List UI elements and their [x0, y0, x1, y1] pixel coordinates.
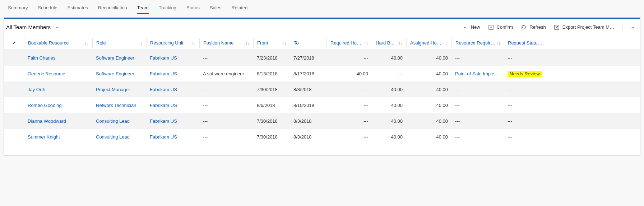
bookable-resource-link[interactable]: Generic Resource: [28, 71, 65, 76]
tab-strip: SummaryScheduleEstimatesReconciliationTe…: [0, 0, 644, 14]
refresh-icon: [521, 24, 527, 30]
tab-status[interactable]: Status: [186, 4, 200, 14]
cell-text: 8/6/2018: [257, 103, 275, 108]
tab-sales[interactable]: Sales: [210, 4, 222, 14]
table-row[interactable]: Summer KnightConsulting LeadFabrikam US-…: [4, 129, 640, 145]
resourcing-unit-link[interactable]: Fabrikam US: [150, 118, 177, 124]
export-button[interactable]: Export Project Team M…: [554, 24, 614, 30]
confirm-button[interactable]: Confirm: [488, 24, 513, 30]
column-header-select[interactable]: ✓: [4, 38, 24, 48]
resourcing-unit-link[interactable]: Fabrikam US: [150, 71, 177, 76]
column-label: Bookable Resource: [28, 40, 69, 46]
cell-role: Software Engineer: [92, 66, 146, 81]
cell-resource-requirement: ---: [451, 50, 504, 66]
tab-estimates[interactable]: Estimates: [68, 4, 88, 14]
plus-icon: ＋: [462, 24, 468, 30]
more-commands-button[interactable]: [630, 24, 635, 31]
column-header-to[interactable]: To ↑↓: [290, 38, 326, 48]
cell-resource-requirement: Point of Sale Impleme...: [451, 66, 504, 81]
row-selector[interactable]: [4, 66, 24, 81]
column-header-position-name[interactable]: Position Name ↑↓: [199, 38, 253, 48]
tab-summary[interactable]: Summary: [8, 4, 28, 14]
table-row[interactable]: Faith CharlesSoftware EngineerFabrikam U…: [4, 50, 640, 66]
cell-position: ---: [199, 50, 253, 66]
resource-requirement-link: ---: [455, 118, 460, 124]
column-label: Resourcing Unit: [150, 40, 184, 46]
row-selector[interactable]: [4, 113, 24, 129]
chevron-down-icon: [55, 24, 60, 31]
resource-requirement-link: ---: [455, 87, 460, 92]
tab-schedule[interactable]: Schedule: [38, 4, 57, 14]
request-status-value: ---: [508, 103, 512, 108]
cell-assigned-hours: 40.00: [406, 66, 451, 81]
bookable-resource-link[interactable]: Romeo Gooding: [28, 103, 62, 108]
resourcing-unit-link[interactable]: Fabrikam US: [150, 55, 177, 61]
refresh-label: Refresh: [529, 24, 546, 30]
sort-icon: ↑↓: [364, 41, 368, 45]
confirm-icon: [488, 24, 494, 30]
cell-from: 7/23/2018: [253, 50, 290, 66]
row-selector[interactable]: [4, 81, 24, 97]
cell-resource-requirement: ---: [451, 81, 504, 97]
column-header-required-hours[interactable]: Required Hours ↑↓: [326, 38, 372, 48]
bookable-resource-link[interactable]: Jay Orth: [28, 87, 45, 92]
cell-request-status: Needs Review: [504, 66, 547, 81]
table-row[interactable]: Romeo GoodingNetwork TechnicianFabrikam …: [4, 97, 640, 113]
column-header-resourcing-unit[interactable]: Resourcing Unit ↑↓: [146, 38, 199, 48]
resourcing-unit-link[interactable]: Fabrikam US: [150, 134, 177, 140]
cell-role: Project Manager: [92, 81, 146, 97]
sort-icon: ↑↓: [192, 41, 196, 45]
table-row[interactable]: Dianna WoodwardConsulting LeadFabrikam U…: [4, 113, 640, 129]
tab-related[interactable]: Related: [231, 4, 247, 14]
cell-text: 40.00: [410, 134, 448, 140]
column-label: Assigned Hours: [410, 40, 442, 46]
role-link[interactable]: Consulting Lead: [96, 118, 130, 124]
table-row[interactable]: Jay OrthProject ManagerFabrikam US---7/3…: [4, 81, 640, 97]
refresh-button[interactable]: Refresh: [521, 24, 546, 30]
team-panel: All Team Members ＋ New Confirm: [4, 18, 640, 156]
new-button[interactable]: ＋ New: [462, 24, 480, 30]
tab-reconciliation[interactable]: Reconciliation: [98, 4, 127, 14]
cell-hard-book: ---: [372, 66, 406, 81]
bookable-resource-link[interactable]: Summer Knight: [28, 134, 60, 140]
column-header-bookable-resource[interactable]: Bookable Resource ↑↓: [24, 38, 92, 48]
bookable-resource-link[interactable]: Dianna Woodward: [28, 118, 66, 124]
cell-request-status: ---: [504, 81, 547, 97]
table-row[interactable]: Generic ResourceSoftware EngineerFabrika…: [4, 66, 640, 81]
tab-tracking[interactable]: Tracking: [159, 4, 176, 14]
cell-text: ---: [330, 103, 368, 108]
cell-text: 40.00: [410, 118, 448, 124]
role-link[interactable]: Network Technician: [96, 103, 136, 108]
resourcing-unit-link[interactable]: Fabrikam US: [150, 87, 177, 92]
cell-text: 40.00: [375, 118, 403, 124]
row-selector[interactable]: [4, 50, 24, 66]
column-header-assigned-hours[interactable]: Assigned Hours ↑↓: [406, 38, 451, 48]
cell-text: ---: [203, 118, 208, 124]
cell-hard-book: 40.00: [372, 129, 406, 145]
role-link[interactable]: Project Manager: [96, 87, 130, 92]
resource-requirement-link: ---: [455, 134, 460, 140]
column-header-resource-requirement[interactable]: Resource Require... ↑↓: [451, 38, 504, 48]
column-header-role[interactable]: Role ↓: [92, 38, 146, 48]
cell-role: Consulting Lead: [92, 113, 146, 129]
cell-position: ---: [199, 81, 253, 97]
role-link[interactable]: Software Engineer: [96, 55, 134, 61]
role-link[interactable]: Consulting Lead: [96, 134, 130, 140]
resource-requirement-link[interactable]: Point of Sale Impleme...: [455, 71, 500, 76]
resourcing-unit-link[interactable]: Fabrikam US: [150, 103, 177, 108]
role-link[interactable]: Software Engineer: [96, 71, 134, 76]
view-selector[interactable]: All Team Members: [4, 24, 60, 31]
cell-assigned-hours: 40.00: [406, 81, 451, 97]
column-header-request-status[interactable]: Request Status (...: [504, 38, 547, 48]
bookable-resource-link[interactable]: Faith Charles: [28, 55, 55, 61]
cell-resource-requirement: ---: [451, 113, 504, 129]
column-header-from[interactable]: From ↑↓: [253, 38, 290, 48]
cell-text: ---: [203, 103, 208, 108]
column-label: From: [257, 40, 268, 46]
row-selector[interactable]: [4, 129, 24, 145]
resource-requirement-link: ---: [455, 103, 460, 108]
tab-team[interactable]: Team: [137, 4, 149, 14]
column-header-hard-book[interactable]: Hard Boo... ↑↓: [372, 38, 406, 48]
row-selector[interactable]: [4, 97, 24, 113]
cell-text: 8/10/2018: [293, 103, 314, 108]
